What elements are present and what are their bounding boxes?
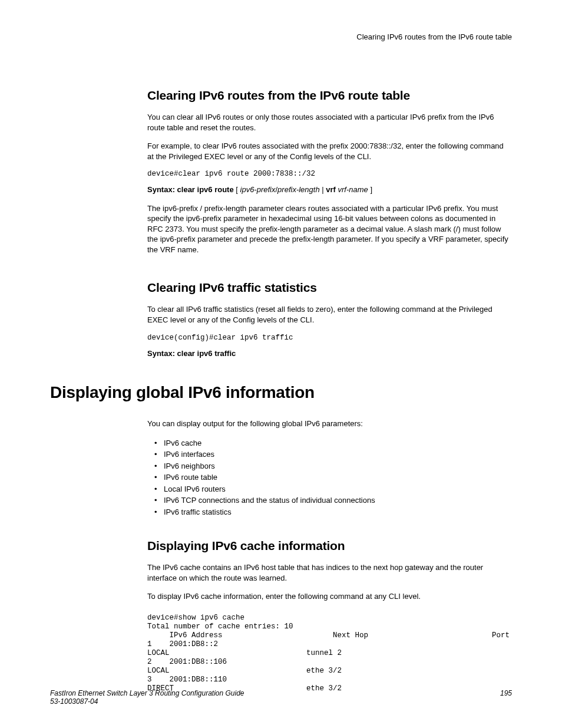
syntax-line: Syntax: clear ipv6 route [ ipv6-prefix/p… — [147, 185, 512, 195]
syntax-arg: vrf-name — [338, 185, 368, 194]
footer-title: FastIron Ethernet Switch Layer 3 Routing… — [50, 689, 244, 697]
heading-clearing-routes: Clearing IPv6 routes from the IPv6 route… — [147, 88, 512, 103]
syntax-arg: prefix-length — [277, 185, 320, 194]
list-item: IPv6 neighbors — [164, 460, 512, 472]
body-text: To display IPv6 cache information, enter… — [147, 591, 512, 602]
syntax-arg: ipv6-prefix — [240, 185, 276, 194]
footer-docnum: 53-1003087-04 — [50, 697, 512, 706]
page-footer: FastIron Ethernet Switch Layer 3 Routing… — [50, 689, 512, 706]
syntax-keyword: Syntax: clear ipv6 traffic — [147, 349, 236, 358]
syntax-keyword: Syntax: clear ipv6 route — [147, 185, 234, 194]
list-item: Local IPv6 routers — [164, 483, 512, 495]
syntax-sep: | — [320, 185, 326, 194]
footer-page-number: 195 — [500, 689, 512, 697]
body-text: The IPv6 cache contains an IPv6 host tab… — [147, 562, 512, 583]
heading-displaying-global: Displaying global IPv6 information — [50, 383, 512, 402]
code-block: device#clear ipv6 route 2000:7838::/32 — [147, 170, 512, 179]
body-text: To clear all IPv6 traffic statistics (re… — [147, 304, 512, 325]
list-item: IPv6 interfaces — [164, 449, 512, 460]
heading-clearing-traffic: Clearing IPv6 traffic statistics — [147, 281, 512, 295]
body-text: You can clear all IPv6 routes or only th… — [147, 112, 512, 133]
section-clearing-routes: Clearing IPv6 routes from the IPv6 route… — [147, 88, 512, 358]
syntax-line: Syntax: clear ipv6 traffic — [147, 348, 512, 359]
list-item: IPv6 TCP connections and the status of i… — [164, 495, 512, 506]
code-block: device#show ipv6 cache Total number of c… — [147, 614, 512, 693]
list-item: IPv6 traffic statistics — [164, 506, 512, 518]
list-item: IPv6 route table — [164, 472, 512, 483]
body-text: The ipv6-prefix / prefix-length paramete… — [147, 203, 512, 255]
page: Clearing IPv6 routes from the IPv6 route… — [0, 0, 562, 728]
body-text: You can display output for the following… — [147, 419, 512, 429]
code-block: device(config)#clear ipv6 traffic — [147, 334, 512, 342]
running-head: Clearing IPv6 routes from the IPv6 route… — [50, 32, 512, 41]
body-text: For example, to clear IPv6 routes associ… — [147, 141, 512, 162]
list-item: IPv6 cache — [164, 437, 512, 449]
bullet-list: IPv6 cache IPv6 interfaces IPv6 neighbor… — [147, 437, 512, 518]
section-displaying-global-body: You can display output for the following… — [147, 419, 512, 693]
heading-displaying-cache: Displaying IPv6 cache information — [147, 539, 512, 553]
syntax-keyword: vrf — [326, 185, 336, 194]
